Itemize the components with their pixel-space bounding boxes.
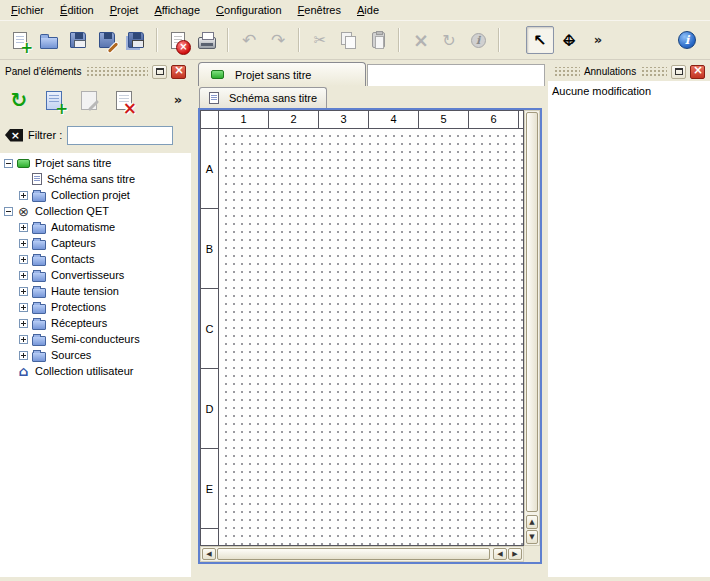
menu-projet[interactable]: Projet bbox=[102, 1, 147, 19]
filter-input[interactable] bbox=[67, 126, 173, 145]
undo-list: Aucune modification bbox=[548, 81, 710, 577]
scroll-down-button[interactable] bbox=[526, 530, 538, 544]
elements-toolbar-overflow-button[interactable] bbox=[169, 85, 187, 115]
tree-item-sources[interactable]: Sources bbox=[0, 347, 191, 363]
diagram-canvas[interactable] bbox=[219, 129, 523, 545]
tab-schema-sans-titre[interactable]: Schéma sans titre bbox=[199, 87, 327, 108]
undo-panel-titlebar[interactable]: Annulations bbox=[550, 64, 708, 79]
undo-list-item[interactable]: Aucune modification bbox=[552, 83, 706, 99]
float-elements-panel-button[interactable] bbox=[152, 65, 167, 79]
dock-grip[interactable] bbox=[640, 67, 667, 76]
print-icon bbox=[198, 37, 216, 49]
menu-edition[interactable]: Édition bbox=[52, 1, 102, 19]
tree-item-label: Haute tension bbox=[51, 285, 119, 297]
ruler-row-e: E bbox=[201, 449, 218, 529]
edit-element-button bbox=[74, 85, 104, 115]
delete-element-button[interactable] bbox=[109, 85, 139, 115]
tree-item-collection-projet[interactable]: Collection projet bbox=[0, 187, 191, 203]
save-all-button[interactable] bbox=[122, 26, 150, 54]
open-file-button[interactable] bbox=[35, 26, 63, 54]
tree-item-projet-sans-titre[interactable]: Projet sans titre bbox=[0, 155, 191, 171]
tree-item-collection-qet[interactable]: Collection QET bbox=[0, 203, 191, 219]
menu-affichage[interactable]: Affichage bbox=[146, 1, 208, 19]
close-file-icon bbox=[171, 32, 185, 49]
expand-toggle[interactable] bbox=[19, 223, 28, 232]
save-button[interactable] bbox=[64, 26, 92, 54]
tab-projet-sans-titre[interactable]: Projet sans titre bbox=[198, 62, 366, 86]
print-button[interactable] bbox=[193, 26, 221, 54]
info-circle-icon bbox=[678, 31, 696, 49]
elements-panel-titlebar[interactable]: Panel d'éléments bbox=[2, 64, 189, 79]
ruler-left: ABCDE bbox=[201, 129, 219, 545]
scroll-up-button[interactable] bbox=[526, 515, 538, 529]
info-gray-icon bbox=[471, 33, 486, 48]
close-elements-panel-button[interactable] bbox=[171, 65, 186, 79]
schema-icon bbox=[209, 92, 219, 104]
overflow-icon bbox=[592, 33, 604, 47]
expand-toggle[interactable] bbox=[19, 191, 28, 200]
new-file-button[interactable] bbox=[6, 26, 34, 54]
dock-grip[interactable] bbox=[85, 67, 148, 76]
save-as-button[interactable] bbox=[93, 26, 121, 54]
new-element-button[interactable] bbox=[39, 85, 69, 115]
main-toolbar bbox=[6, 26, 673, 54]
reload-collections-button[interactable] bbox=[4, 85, 34, 115]
select-mode-button[interactable] bbox=[526, 26, 554, 54]
expand-toggle[interactable] bbox=[19, 303, 28, 312]
menu-configuration[interactable]: Configuration bbox=[208, 1, 289, 19]
expand-toggle[interactable] bbox=[19, 255, 28, 264]
folder-icon bbox=[32, 256, 46, 266]
toolbar-group bbox=[526, 26, 612, 54]
save-icon bbox=[70, 32, 86, 48]
expand-toggle[interactable] bbox=[19, 271, 28, 280]
scroll-left-button-2[interactable] bbox=[493, 548, 507, 560]
vertical-scrollbar-thumb[interactable] bbox=[526, 112, 538, 512]
tree-item-capteurs[interactable]: Capteurs bbox=[0, 235, 191, 251]
folder-icon bbox=[32, 192, 46, 202]
toolbar-group bbox=[406, 26, 492, 54]
menu-fichier[interactable]: Fichier bbox=[3, 1, 52, 19]
float-undo-panel-button[interactable] bbox=[671, 65, 686, 79]
dock-grip[interactable] bbox=[553, 67, 580, 76]
collapse-toggle[interactable] bbox=[4, 159, 13, 168]
toolbar-group bbox=[164, 26, 221, 54]
open-folder-icon bbox=[40, 37, 58, 49]
scroll-left-button[interactable] bbox=[202, 548, 216, 560]
close-undo-panel-button[interactable] bbox=[690, 65, 705, 79]
expand-toggle[interactable] bbox=[19, 287, 28, 296]
tree-item-collection-utilisateur[interactable]: Collection utilisateur bbox=[0, 363, 191, 379]
tree-item-label: Récepteurs bbox=[51, 317, 107, 329]
tree-item-schema-sans-titre[interactable]: Schéma sans titre bbox=[0, 171, 191, 187]
rotate-icon bbox=[441, 32, 458, 49]
vertical-scrollbar[interactable] bbox=[524, 110, 540, 546]
collapse-toggle[interactable] bbox=[4, 207, 13, 216]
tree-item-recepteurs[interactable]: Récepteurs bbox=[0, 315, 191, 331]
about-qet-button[interactable] bbox=[673, 26, 701, 54]
folder-icon bbox=[32, 240, 46, 250]
tree-item-haute-tension[interactable]: Haute tension bbox=[0, 283, 191, 299]
clear-filter-icon[interactable] bbox=[5, 129, 23, 142]
tree-item-protections[interactable]: Protections bbox=[0, 299, 191, 315]
expand-toggle[interactable] bbox=[19, 351, 28, 360]
scroll-right-button[interactable] bbox=[508, 548, 522, 560]
tree-item-label: Capteurs bbox=[51, 237, 96, 249]
expand-toggle[interactable] bbox=[19, 319, 28, 328]
menu-fenetres[interactable]: Fenêtres bbox=[290, 1, 349, 19]
tree-item-label: Collection utilisateur bbox=[35, 365, 133, 377]
toolbar-overflow-button[interactable] bbox=[584, 26, 612, 54]
menu-aide[interactable]: Aide bbox=[349, 1, 387, 19]
tree-item-automatisme[interactable]: Automatisme bbox=[0, 219, 191, 235]
tree-item-convertisseurs[interactable]: Convertisseurs bbox=[0, 267, 191, 283]
horizontal-scrollbar-thumb[interactable] bbox=[217, 548, 490, 560]
tree-item-contacts[interactable]: Contacts bbox=[0, 251, 191, 267]
horizontal-scrollbar[interactable] bbox=[200, 546, 524, 562]
ruler-column-3: 3 bbox=[319, 111, 369, 128]
pan-mode-button[interactable] bbox=[555, 26, 583, 54]
ruler-top: 123456 bbox=[201, 111, 523, 129]
expand-toggle[interactable] bbox=[19, 239, 28, 248]
expand-toggle[interactable] bbox=[19, 335, 28, 344]
project-tab-label: Projet sans titre bbox=[235, 69, 311, 81]
close-file-button[interactable] bbox=[164, 26, 192, 54]
toolbar-group bbox=[6, 26, 150, 54]
tree-item-semi-conducteurs[interactable]: Semi-conducteurs bbox=[0, 331, 191, 347]
